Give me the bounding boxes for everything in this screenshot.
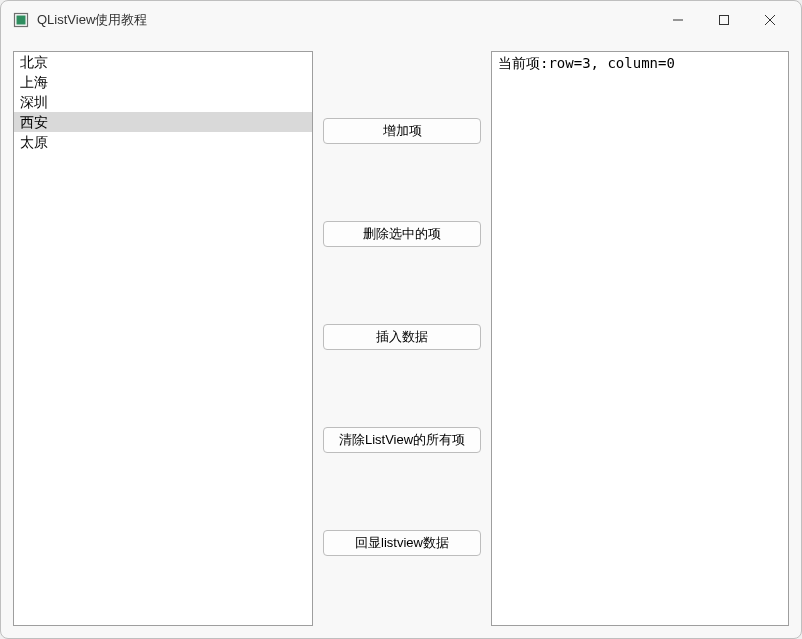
add-item-button[interactable]: 增加项 — [323, 118, 481, 144]
list-item[interactable]: 深圳 — [14, 92, 312, 112]
delete-selected-button[interactable]: 删除选中的项 — [323, 221, 481, 247]
list-item[interactable]: 北京 — [14, 52, 312, 72]
app-icon — [13, 12, 29, 28]
client-area: 北京上海深圳西安太原 增加项 删除选中的项 插入数据 清除ListView的所有… — [1, 39, 801, 638]
button-column: 增加项 删除选中的项 插入数据 清除ListView的所有项 回显listvie… — [323, 51, 481, 626]
close-button[interactable] — [747, 5, 793, 35]
echo-listview-button[interactable]: 回显listview数据 — [323, 530, 481, 556]
window-title: QListView使用教程 — [37, 11, 147, 29]
titlebar: QListView使用教程 — [1, 1, 801, 39]
svg-rect-3 — [720, 16, 729, 25]
output-textpane[interactable]: 当前项:row=3, column=0 — [491, 51, 789, 626]
maximize-button[interactable] — [701, 5, 747, 35]
clear-all-button[interactable]: 清除ListView的所有项 — [323, 427, 481, 453]
minimize-button[interactable] — [655, 5, 701, 35]
list-item[interactable]: 西安 — [14, 112, 312, 132]
city-listview[interactable]: 北京上海深圳西安太原 — [13, 51, 313, 626]
svg-rect-1 — [17, 16, 26, 25]
app-window: QListView使用教程 北京上海深圳西安太原 增加项 删除选中的项 插入数据… — [0, 0, 802, 639]
insert-data-button[interactable]: 插入数据 — [323, 324, 481, 350]
list-item[interactable]: 太原 — [14, 132, 312, 152]
list-item[interactable]: 上海 — [14, 72, 312, 92]
